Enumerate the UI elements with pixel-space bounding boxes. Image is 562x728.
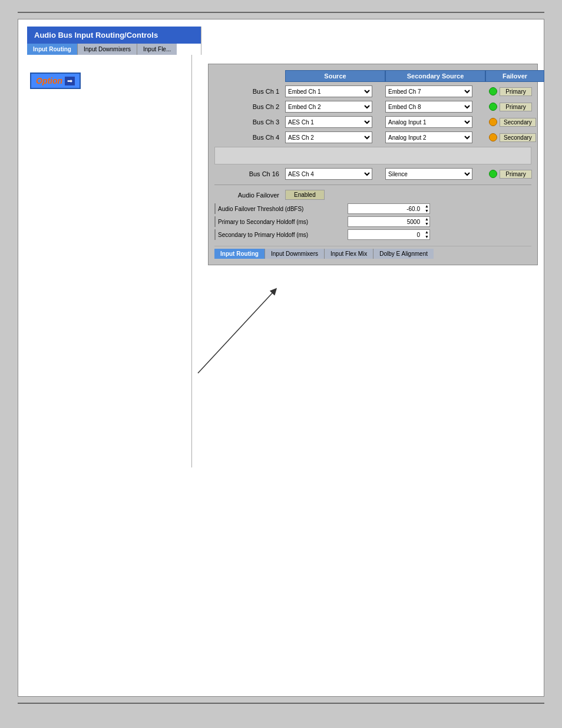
primary-holdoff-input-wrap: ▲ ▼	[348, 216, 430, 227]
bottom-tab-input-downmixers[interactable]: Input Downmixers	[265, 249, 325, 259]
source-select-4[interactable]: AES Ch 2	[285, 131, 385, 143]
dot-green-2	[489, 103, 497, 111]
secondary-holdoff-input[interactable]	[348, 229, 430, 240]
failover-4: Secondary	[485, 133, 544, 142]
header-panel: Audio Bus Input Routing/Controls Input R…	[18, 19, 544, 55]
threshold-input-wrap: ▲ ▼	[348, 203, 430, 214]
table-row: Bus Ch 4 AES Ch 2 Analog Input 2	[214, 131, 531, 143]
secondary-holdoff-spinners: ▲ ▼	[425, 230, 429, 239]
secondary-select-3[interactable]: Analog Input 1	[385, 116, 485, 128]
bus-label-1: Bus Ch 1	[214, 88, 285, 95]
bottom-tabs: Input Routing Input Downmixers Input Fle…	[214, 246, 531, 259]
table-header: Source Secondary Source Failover	[214, 70, 531, 82]
header-tabs: Input Routing Input Downmixers Input Fle…	[27, 44, 201, 55]
source-select-2[interactable]: Embed Ch 2	[285, 101, 385, 113]
secondary-select-16[interactable]: Silence	[385, 168, 485, 180]
audio-failover-section: Audio Failover Enabled Audio Failover Th…	[214, 185, 531, 240]
table-row: Bus Ch 2 Embed Ch 2 Embed Ch 8	[214, 101, 531, 113]
primary-holdoff-spinners: ▲ ▼	[425, 217, 429, 226]
threshold-row: Audio Failover Threshold (dBFS) ▲ ▼	[214, 203, 531, 214]
threshold-label: Audio Failover Threshold (dBFS)	[218, 206, 348, 212]
th-source: Source	[285, 70, 385, 82]
source-select-16[interactable]: AES Ch 4	[285, 168, 385, 180]
th-empty	[214, 70, 285, 82]
primary-holdoff-down[interactable]: ▼	[425, 222, 429, 226]
dot-orange-4	[489, 133, 497, 141]
secondary-select-2[interactable]: Embed Ch 8	[385, 101, 485, 113]
failover-16: Primary	[485, 170, 544, 179]
failover-1: Primary	[485, 87, 544, 96]
primary-holdoff-up[interactable]: ▲	[425, 217, 429, 222]
tab-input-routing[interactable]: Input Routing	[27, 44, 78, 55]
secondary-select-4[interactable]: Analog Input 2	[385, 131, 485, 143]
threshold-down[interactable]: ▼	[425, 209, 429, 213]
app-title: Audio Bus Input Routing/Controls	[27, 27, 201, 44]
primary-holdoff-label: Primary to Secondary Holdoff (ms)	[218, 219, 348, 225]
option-button[interactable]: Option ➡	[30, 73, 81, 89]
failover-label-16: Primary	[500, 170, 532, 179]
bottom-tab-input-flex-mix[interactable]: Input Flex Mix	[325, 249, 373, 259]
bus-label-3: Bus Ch 3	[214, 118, 285, 126]
bus-label-4: Bus Ch 4	[214, 134, 285, 141]
bottom-tab-dolby[interactable]: Dolby E Alignment	[373, 249, 434, 259]
ellipsis-row	[214, 147, 531, 164]
right-panel: Source Secondary Source Failover Bus Ch …	[192, 55, 544, 467]
table-row: Bus Ch 1 Embed Ch 1 Embed Ch 7	[214, 85, 531, 97]
secondary-holdoff-input-wrap: ▲ ▼	[348, 229, 430, 240]
dot-green-16	[489, 170, 497, 178]
option-arrow-icon: ➡	[65, 77, 75, 85]
threshold-up[interactable]: ▲	[425, 204, 429, 209]
threshold-spinners: ▲ ▼	[425, 204, 429, 213]
source-select-3[interactable]: AES Ch 1	[285, 116, 385, 128]
table-row: Bus Ch 3 AES Ch 1 Analog Input 1	[214, 116, 531, 128]
dot-orange-3	[489, 118, 497, 126]
failover-2: Primary	[485, 103, 544, 111]
failover-label-2: Primary	[500, 103, 532, 111]
secondary-holdoff-label: Secondary to Primary Holdoff (ms)	[218, 232, 348, 238]
failover-label-1: Primary	[500, 87, 532, 96]
th-failover: Failover	[485, 70, 544, 82]
secondary-holdoff-row: Secondary to Primary Holdoff (ms) ▲ ▼	[214, 229, 531, 240]
primary-holdoff-input[interactable]	[348, 216, 430, 227]
secondary-holdoff-down[interactable]: ▼	[425, 235, 429, 239]
tab-input-flex[interactable]: Input Fle...	[137, 44, 177, 55]
annotation-arrow	[192, 243, 369, 391]
bus-label-16: Bus Ch 16	[214, 170, 285, 177]
secondary-select-1[interactable]: Embed Ch 7	[385, 85, 485, 97]
bus-label-2: Bus Ch 2	[214, 103, 285, 110]
failover-label-4: Secondary	[500, 133, 536, 142]
tab-input-downmixers[interactable]: Input Downmixers	[78, 44, 137, 55]
bottom-tab-input-routing[interactable]: Input Routing	[214, 249, 265, 259]
left-panel: Option ➡	[18, 55, 192, 467]
failover-3: Secondary	[485, 118, 544, 127]
secondary-holdoff-up[interactable]: ▲	[425, 230, 429, 235]
table-row: Bus Ch 16 AES Ch 4 Silence	[214, 168, 531, 180]
source-select-1[interactable]: Embed Ch 1	[285, 85, 385, 97]
th-secondary: Secondary Source	[385, 70, 485, 82]
routing-panel: Source Secondary Source Failover Bus Ch …	[208, 64, 538, 265]
enabled-button[interactable]: Enabled	[285, 190, 325, 200]
audio-failover-label: Audio Failover	[214, 192, 285, 199]
primary-holdoff-row: Primary to Secondary Holdoff (ms) ▲ ▼	[214, 216, 531, 227]
threshold-input[interactable]	[348, 203, 430, 214]
option-label: Option	[36, 76, 62, 85]
dot-green-1	[489, 87, 497, 95]
failover-label-3: Secondary	[500, 118, 536, 127]
svg-line-0	[198, 291, 275, 373]
audio-failover-row: Audio Failover Enabled	[214, 190, 531, 200]
